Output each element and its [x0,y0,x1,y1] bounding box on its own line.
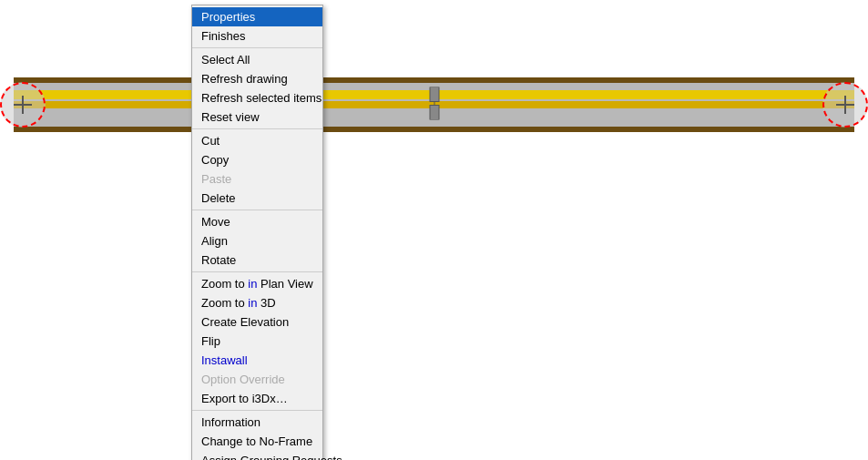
menu-item-flip[interactable]: Flip [192,332,322,351]
menu-item-zoom-3d[interactable]: Zoom to in 3D [192,293,322,312]
menu-item-paste: Paste [192,169,322,189]
menu-item-change-no-frame[interactable]: Change to No-Frame [192,432,322,451]
menu-item-option-override: Option Override [192,370,322,389]
separator-separator1 [192,47,322,48]
menu-item-select-all[interactable]: Select All [192,50,322,69]
drawing-area: PropertiesFinishesSelect AllRefresh draw… [0,0,868,460]
menu-item-align[interactable]: Align [192,231,322,250]
menu-item-rotate[interactable]: Rotate [192,250,322,270]
context-menu: PropertiesFinishesSelect AllRefresh draw… [191,5,323,460]
menu-item-copy[interactable]: Copy [192,150,322,169]
circle-left-connector [0,82,46,128]
highlight-text: in [248,277,257,291]
menu-item-information[interactable]: Information [192,413,322,432]
menu-item-instawall[interactable]: Instawall [192,351,322,370]
left-cross-icon [14,96,32,114]
separator-separator3 [192,210,322,210]
pipe-container [0,77,868,132]
menu-item-reset-view[interactable]: Reset view [192,107,322,127]
menu-item-properties[interactable]: Properties [192,7,322,26]
menu-item-create-elevation[interactable]: Create Elevation [192,312,322,332]
menu-item-finishes[interactable]: Finishes [192,26,322,46]
circle-right-connector [822,82,868,128]
svg-rect-4 [430,87,439,102]
svg-rect-5 [430,106,439,120]
separator-separator4 [192,271,322,272]
menu-item-cut[interactable]: Cut [192,131,322,150]
right-cross-icon [836,96,854,114]
menu-item-refresh-drawing[interactable]: Refresh drawing [192,69,322,88]
menu-item-zoom-plan[interactable]: Zoom to in Plan View [192,274,322,293]
separator-separator2 [192,128,322,129]
menu-item-refresh-selected[interactable]: Refresh selected items [192,88,322,107]
menu-item-assign-grouping[interactable]: Assign Grouping Requests [192,451,322,460]
menu-item-export-i3dx[interactable]: Export to i3Dx… [192,389,322,408]
highlight-text: in [248,296,257,310]
menu-item-move[interactable]: Move [192,212,322,231]
menu-item-delete[interactable]: Delete [192,189,322,208]
center-connector-icon [424,87,444,120]
separator-separator5 [192,410,322,411]
center-connector [424,87,444,123]
